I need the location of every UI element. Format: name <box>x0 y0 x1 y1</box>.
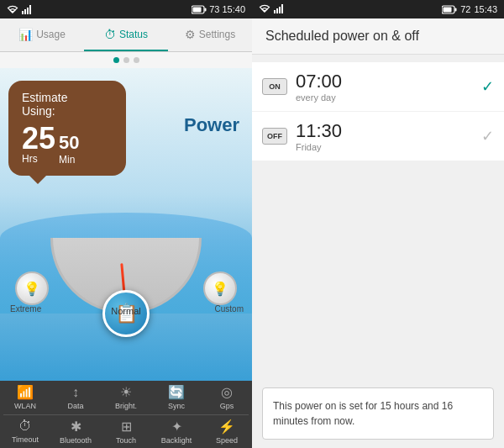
toolbar-bright[interactable]: ☀ Bright. <box>101 381 151 414</box>
backlight-icon: ✦ <box>171 419 182 435</box>
toolbar-sync[interactable]: 🔄 Sync <box>151 381 202 414</box>
svg-rect-0 <box>22 11 24 14</box>
svg-rect-9 <box>279 7 281 13</box>
dot-1[interactable] <box>113 57 119 63</box>
schedule-header: Scheduled power on & off <box>252 18 504 55</box>
gauge-area: Estimate Using: 25 Hrs 50 Min Power 💡 Ex… <box>0 68 252 381</box>
bright-icon: ☀ <box>120 384 132 400</box>
schedule-on-time: 07:00 <box>296 71 473 92</box>
left-panel: 73 15:40 📊 Usage ⏱ Status ⚙ Settings Est <box>0 0 252 448</box>
left-status-right: 73 15:40 <box>192 4 245 14</box>
speed-icon: ⚡ <box>218 419 235 435</box>
wlan-label: WLAN <box>14 402 36 410</box>
tab-settings[interactable]: ⚙ Settings <box>168 18 252 51</box>
signal-icon <box>21 4 33 14</box>
bottom-toolbar: 📶 WLAN ↕ Data ☀ Bright. 🔄 Sync ◎ Gps <box>0 381 252 448</box>
svg-rect-10 <box>281 4 283 13</box>
backlight-label: Backlight <box>161 436 192 445</box>
dot-3[interactable] <box>134 57 139 63</box>
schedule-item-on[interactable]: ON 07:00 every day ✓ <box>252 62 504 111</box>
hours-value: 25 <box>22 121 55 156</box>
gps-icon: ◎ <box>221 384 233 400</box>
schedule-off-info: 11:30 Friday <box>296 120 473 152</box>
power-on-badge: ON <box>262 78 287 95</box>
extreme-label: Extreme <box>10 304 41 314</box>
data-icon: ↕ <box>72 385 79 400</box>
custom-button[interactable]: 💡 <box>203 271 237 305</box>
touch-label: Touch <box>116 436 136 445</box>
svg-rect-5 <box>205 8 207 11</box>
estimate-bubble: Estimate Using: 25 Hrs 50 Min <box>8 81 126 176</box>
speed-label: Speed <box>216 436 238 445</box>
tabs-bar: 📊 Usage ⏱ Status ⚙ Settings <box>0 18 252 52</box>
wifi-icon <box>7 4 18 14</box>
data-label: Data <box>67 402 83 410</box>
svg-rect-8 <box>276 8 278 13</box>
svg-rect-13 <box>444 7 452 12</box>
using-word: Using: <box>22 104 55 118</box>
battery-icon <box>192 5 207 14</box>
tab-settings-label: Settings <box>199 29 235 40</box>
schedule-list: ON 07:00 every day ✓ OFF 11:30 Friday ✓ <box>252 55 504 379</box>
extreme-button[interactable]: 💡 <box>15 271 49 305</box>
wlan-icon: 📶 <box>17 384 34 400</box>
power-off-badge: OFF <box>262 128 287 145</box>
toolbar-row-2: ⏱ Timeout ✱ Bluetooth ⊞ Touch ✦ Backligh… <box>0 415 252 449</box>
battery-percent-left: 73 <box>209 4 219 14</box>
bluetooth-icon: ✱ <box>71 419 81 435</box>
toolbar-timeout[interactable]: ⏱ Timeout <box>0 415 50 449</box>
toolbar-gps[interactable]: ◎ Gps <box>202 381 252 414</box>
toolbar-data[interactable]: ↕ Data <box>50 381 101 414</box>
timeout-icon: ⏱ <box>18 419 32 434</box>
sync-label: Sync <box>168 402 185 410</box>
bright-label: Bright. <box>115 402 137 410</box>
tab-status-label: Status <box>119 29 148 40</box>
normal-mode-label: Normal <box>111 306 140 316</box>
settings-icon: ⚙ <box>185 28 196 41</box>
gps-label: Gps <box>220 402 234 410</box>
toolbar-speed[interactable]: ⚡ Speed <box>202 415 252 449</box>
svg-rect-7 <box>274 10 276 13</box>
tab-status[interactable]: ⏱ Status <box>84 18 168 51</box>
estimate-word: Estimate <box>22 91 67 104</box>
schedule-on-day: every day <box>296 92 473 103</box>
toolbar-bluetooth[interactable]: ✱ Bluetooth <box>50 415 101 449</box>
toolbar-row-1: 📶 WLAN ↕ Data ☀ Bright. 🔄 Sync ◎ Gps <box>0 381 252 414</box>
estimate-time: 25 Hrs 50 Min <box>22 121 113 166</box>
svg-rect-1 <box>24 9 26 14</box>
custom-label: Custom <box>215 304 244 314</box>
estimate-label: Estimate Using: <box>22 91 113 118</box>
extreme-icon: 💡 <box>24 281 40 297</box>
touch-icon: ⊞ <box>121 419 132 435</box>
gauge-wheel-container: 📋 <box>50 238 202 314</box>
right-wifi-icon <box>259 3 270 13</box>
right-signal-icon <box>273 3 285 13</box>
svg-rect-3 <box>29 5 31 14</box>
right-battery-icon <box>442 5 457 14</box>
schedule-off-time: 11:30 <box>296 120 473 142</box>
left-status-bar: 73 15:40 <box>0 0 252 18</box>
custom-icon: 💡 <box>212 281 228 297</box>
time-left: 15:40 <box>222 4 245 14</box>
svg-rect-6 <box>193 7 202 12</box>
tab-usage[interactable]: 📊 Usage <box>0 18 84 51</box>
info-box: This power on is set for 15 hours and 16… <box>262 387 494 440</box>
right-status-left <box>259 3 285 15</box>
info-text: This power on is set for 15 hours and 16… <box>273 400 453 427</box>
schedule-off-check[interactable]: ✓ <box>481 127 494 145</box>
svg-rect-12 <box>455 8 457 11</box>
toolbar-touch[interactable]: ⊞ Touch <box>101 415 151 449</box>
usage-icon: 📊 <box>18 28 33 41</box>
minutes-value: 50 <box>59 132 79 154</box>
battery-percent-right: 72 <box>460 4 470 14</box>
svg-rect-2 <box>27 8 29 14</box>
toolbar-backlight[interactable]: ✦ Backlight <box>151 415 202 449</box>
toolbar-wlan[interactable]: 📶 WLAN <box>0 381 50 414</box>
schedule-on-check[interactable]: ✓ <box>481 77 494 96</box>
bluetooth-label: Bluetooth <box>60 436 92 445</box>
right-status-right: 72 15:43 <box>442 4 497 14</box>
dot-2[interactable] <box>123 57 129 63</box>
tab-usage-label: Usage <box>36 29 66 40</box>
left-status-icons <box>7 4 33 14</box>
schedule-item-off[interactable]: OFF 11:30 Friday ✓ <box>252 112 504 161</box>
